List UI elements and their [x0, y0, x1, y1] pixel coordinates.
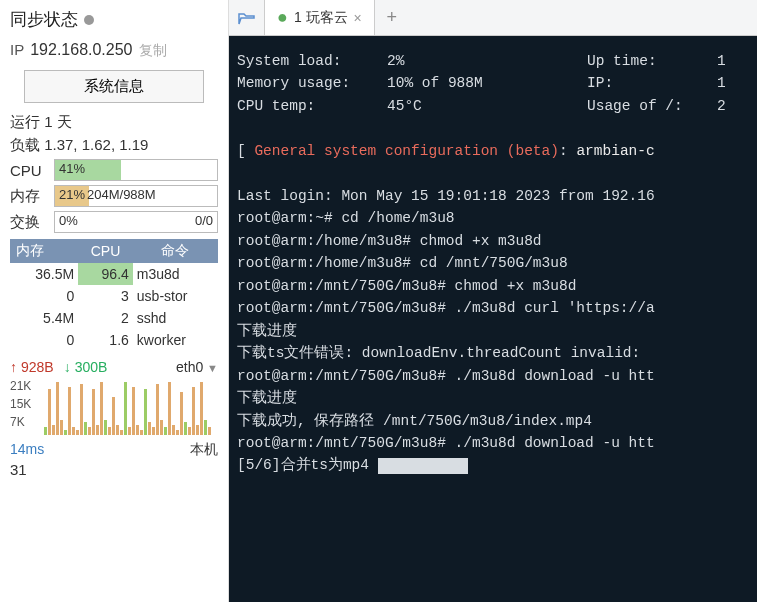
ip-row: IP 192.168.0.250 复制: [10, 41, 218, 60]
swap-percent: 0%: [59, 213, 78, 228]
system-info-button[interactable]: 系统信息: [24, 70, 204, 103]
tab-bar: ● 1 玩客云 × +: [229, 0, 757, 36]
spark-bar: [188, 427, 191, 435]
download-value: 300B: [75, 359, 108, 375]
upload-arrow-icon: ↑: [10, 359, 17, 375]
tab-title: 1 玩客云: [294, 9, 348, 27]
sidebar: 同步状态 IP 192.168.0.250 复制 系统信息 运行 1 天 负载 …: [0, 0, 229, 602]
spark-bar: [76, 430, 79, 435]
spark-bar: [148, 422, 151, 435]
cell-mem: 0: [10, 285, 78, 307]
swap-bar: 0% 0/0: [54, 211, 218, 233]
terminal-cursor: [378, 458, 468, 474]
folder-open-icon: [238, 11, 256, 25]
cell-cpu: 3: [78, 285, 133, 307]
spark-bar: [196, 425, 199, 435]
chevron-down-icon: ▼: [207, 362, 218, 374]
terminal[interactable]: System load:2%Up time:1Memory usage:10% …: [229, 36, 757, 602]
ping-host: 本机: [190, 441, 218, 459]
spark-bar: [80, 384, 83, 435]
cpu-percent: 41%: [59, 161, 85, 176]
spark-bar: [60, 420, 63, 435]
spark-bar: [136, 425, 139, 435]
spark-bar: [140, 430, 143, 435]
th-mem[interactable]: 内存: [10, 239, 78, 263]
tab-active[interactable]: ● 1 玩客云 ×: [265, 0, 375, 35]
table-row[interactable]: 03usb-stor: [10, 285, 218, 307]
spark-bar: [56, 382, 59, 435]
network-rate-row: ↑928B ↓300B eth0 ▼: [10, 359, 218, 375]
spark-bar: [184, 422, 187, 435]
spark-bar: [68, 387, 71, 435]
spark-bar: [112, 397, 115, 435]
spark-bar: [124, 382, 127, 435]
th-cpu[interactable]: CPU: [78, 239, 133, 263]
spark-bar: [208, 427, 211, 435]
cpu-meter: CPU 41%: [10, 159, 218, 181]
spark-bar: [164, 427, 167, 435]
spark-bar: [52, 425, 55, 435]
cell-cpu: 1.6: [78, 329, 133, 351]
process-table: 内存 CPU 命令 36.5M96.4m3u8d03usb-stor5.4M2s…: [10, 239, 218, 351]
th-cmd[interactable]: 命令: [133, 239, 218, 263]
spark-bar: [88, 427, 91, 435]
spark-bar: [192, 387, 195, 435]
table-row[interactable]: 5.4M2sshd: [10, 307, 218, 329]
new-tab-button[interactable]: +: [375, 0, 409, 35]
connection-dot-icon: ●: [277, 7, 288, 28]
spark-bar: [96, 425, 99, 435]
cell-mem: 36.5M: [10, 263, 78, 285]
copy-button[interactable]: 复制: [139, 42, 167, 60]
mem-bar: 21% 204M/988M: [54, 185, 218, 207]
load-line: 负载 1.37, 1.62, 1.19: [10, 136, 218, 155]
network-sparkline: 21K 15K 7K: [10, 379, 218, 435]
cell-cmd: sshd: [133, 307, 218, 329]
spark-label-top: 21K: [10, 379, 31, 393]
spark-bar: [84, 422, 87, 435]
spark-bar: [116, 425, 119, 435]
cpu-bar: 41%: [54, 159, 218, 181]
download-arrow-icon: ↓: [64, 359, 71, 375]
cell-cmd: usb-stor: [133, 285, 218, 307]
sync-status-label: 同步状态: [10, 8, 78, 31]
table-row[interactable]: 36.5M96.4m3u8d: [10, 263, 218, 285]
ping-ms: 14ms: [10, 441, 44, 459]
ip-value: 192.168.0.250: [30, 41, 132, 59]
spark-bar: [44, 427, 47, 435]
spark-bar: [176, 430, 179, 435]
interface-selector[interactable]: eth0 ▼: [176, 359, 218, 375]
table-row[interactable]: 01.6kworker: [10, 329, 218, 351]
upload-value: 928B: [21, 359, 54, 375]
spark-bar: [152, 427, 155, 435]
mem-percent: 21%: [59, 187, 85, 202]
spark-label-bot: 7K: [10, 415, 25, 429]
spark-bar: [64, 430, 67, 435]
spark-bar: [72, 427, 75, 435]
spark-bar: [156, 384, 159, 435]
spark-label-mid: 15K: [10, 397, 31, 411]
spark-bar: [100, 382, 103, 435]
uptime-line: 运行 1 天: [10, 113, 218, 132]
cell-cpu: 96.4: [78, 263, 133, 285]
cell-cmd: kworker: [133, 329, 218, 351]
spark-bar: [180, 392, 183, 435]
sync-status: 同步状态: [10, 8, 218, 31]
swap-label: 交换: [10, 213, 54, 232]
spark-bar: [172, 425, 175, 435]
spark-bar: [168, 382, 171, 435]
ip-label: IP: [10, 41, 24, 58]
spark-bar: [160, 420, 163, 435]
spark-bar: [144, 389, 147, 435]
open-folder-button[interactable]: [229, 0, 265, 35]
mem-text: 204M/988M: [87, 187, 156, 202]
spark-bar: [132, 387, 135, 435]
spark-bar: [48, 389, 51, 435]
cell-mem: 5.4M: [10, 307, 78, 329]
spark-bar: [108, 427, 111, 435]
cell-cpu: 2: [78, 307, 133, 329]
spark-bar: [128, 427, 131, 435]
swap-meter: 交换 0% 0/0: [10, 211, 218, 233]
close-tab-button[interactable]: ×: [354, 10, 362, 26]
spark-bar: [120, 430, 123, 435]
status-dot-icon: [84, 15, 94, 25]
